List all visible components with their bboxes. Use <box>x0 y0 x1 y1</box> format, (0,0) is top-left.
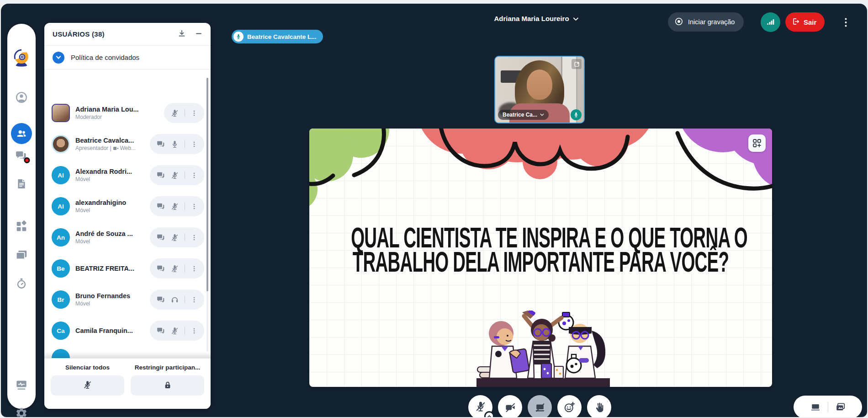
mic-muted-icon[interactable] <box>171 327 179 335</box>
chat-icon[interactable] <box>157 264 165 273</box>
chat-icon[interactable] <box>157 140 165 148</box>
user-list-item[interactable]: BeBEATRIZ FREITA... <box>44 253 211 284</box>
divider <box>185 203 185 210</box>
meeting-title[interactable]: Adriana Maria Loureiro <box>494 15 578 22</box>
leave-meeting-button[interactable]: Sair <box>785 12 825 32</box>
guest-policy-row[interactable]: Política de convidados <box>44 46 211 70</box>
logout-icon <box>792 17 800 27</box>
start-recording-button[interactable]: Iniciar gravação <box>668 12 744 32</box>
sidebar-item-apps[interactable] <box>16 220 27 232</box>
chat-icon[interactable] <box>157 171 165 179</box>
kebab-icon[interactable] <box>191 171 197 179</box>
user-list-item-partial <box>44 346 211 358</box>
user-role: Móvel <box>75 238 150 245</box>
user-name: Beatrice Cavalca... <box>75 137 150 144</box>
user-name: Adriana Maria Lou... <box>75 106 164 113</box>
webcam-tile[interactable]: Beatrice Ca... <box>494 56 585 123</box>
mic-muted-icon[interactable] <box>171 203 179 210</box>
kebab-icon[interactable] <box>191 265 197 273</box>
meeting-window: Adriana Maria Loureiro Iniciar gravação … <box>1 4 867 417</box>
user-list-item[interactable]: BrBruno FernandesMóvel <box>44 284 211 315</box>
restrict-participants-button[interactable] <box>131 375 204 396</box>
webcam-icon <box>113 146 119 151</box>
minimize-panel-icon[interactable] <box>195 30 202 39</box>
kebab-icon[interactable] <box>191 296 197 304</box>
chevron-down-icon <box>573 15 579 22</box>
user-actions <box>150 134 204 154</box>
mic-muted-icon[interactable] <box>171 109 179 117</box>
user-actions <box>164 103 204 123</box>
presentation-area[interactable]: QUAL CIENTISTA TE INSPIRA E O QUE TORNA … <box>309 129 772 387</box>
avatar: Br <box>52 290 70 309</box>
signal-bars-icon <box>766 17 775 27</box>
user-list-item[interactable]: CaCamila Franquin... <box>44 315 211 346</box>
audio-options-chevron[interactable] <box>484 411 494 417</box>
settings-gear-icon[interactable] <box>16 407 28 417</box>
restrict-participants-label: Restringir participan... <box>131 364 204 371</box>
mute-all-button[interactable] <box>51 375 124 396</box>
slide-options-button[interactable] <box>748 134 766 152</box>
layout-switcher <box>794 396 862 417</box>
chat-icon[interactable] <box>157 233 165 241</box>
mute-button[interactable] <box>468 395 492 417</box>
avatar: Be <box>52 259 70 278</box>
mic-muted-icon[interactable] <box>171 265 179 273</box>
profile-icon[interactable] <box>15 91 28 104</box>
webcam-mic-indicator <box>571 109 582 120</box>
chat-icon[interactable] <box>157 327 165 335</box>
user-list-scrollbar[interactable] <box>206 78 208 352</box>
user-list-item[interactable]: Adriana Maria Lou...Moderador <box>44 97 211 129</box>
user-list-item[interactable]: Beatrice Cavalca...Apresentador | Web... <box>44 129 211 160</box>
sidebar-item-timer[interactable] <box>16 278 27 289</box>
user-list-item[interactable]: AnAndré de Souza ...Móvel <box>44 222 211 253</box>
sidebar-item-users[interactable] <box>11 123 32 144</box>
user-actions <box>150 227 204 247</box>
user-actions <box>150 289 204 310</box>
user-list: Adriana Maria Lou...ModeradorBeatrice Ca… <box>44 70 211 358</box>
kebab-icon[interactable] <box>191 234 197 241</box>
divider <box>185 327 185 334</box>
mic-muted-icon <box>475 401 486 413</box>
mic-icon[interactable] <box>171 140 179 148</box>
users-panel-header: USUÁRIOS (38) <box>44 23 211 46</box>
kebab-icon[interactable] <box>191 203 197 210</box>
avatar: An <box>52 228 70 247</box>
layouts-icon[interactable] <box>836 402 846 412</box>
raise-hand-button[interactable] <box>587 395 611 417</box>
sidebar-item-whiteboard[interactable] <box>16 249 28 261</box>
webcam-user-label[interactable]: Beatrice Ca... <box>498 110 549 120</box>
mic-muted-icon[interactable] <box>171 171 179 179</box>
sidebar-item-chat[interactable] <box>16 149 28 161</box>
reactions-button[interactable] <box>557 395 582 417</box>
user-actions <box>150 165 204 185</box>
user-role: Móvel <box>75 176 150 182</box>
webcam-user-name: Beatrice Ca... <box>503 112 537 118</box>
speaking-indicator[interactable]: Beatrice Cavalcante L... <box>232 30 323 43</box>
slide-title: QUAL CIENTISTA TE INSPIRA E O QUE TORNA … <box>309 225 772 274</box>
chat-icon[interactable] <box>157 202 165 210</box>
hide-presentation-icon[interactable] <box>810 402 820 412</box>
action-bar <box>468 395 611 417</box>
user-list-item[interactable]: AlAlexandra Rodri...Móvel <box>44 160 211 191</box>
connection-status-button[interactable] <box>761 12 780 32</box>
avatar: Al <box>52 197 70 215</box>
mic-muted-icon[interactable] <box>171 234 179 241</box>
options-kebab-menu[interactable] <box>841 16 851 29</box>
kebab-icon[interactable] <box>191 327 197 335</box>
camera-off-button[interactable] <box>498 395 522 417</box>
expand-webcam-icon[interactable] <box>572 59 582 69</box>
kebab-icon[interactable] <box>191 109 197 117</box>
save-usernames-icon[interactable] <box>178 29 186 39</box>
sidebar-item-activity-report[interactable] <box>16 379 28 391</box>
sidebar-item-notes[interactable] <box>16 178 27 190</box>
user-name: Alexandra Rodri... <box>75 168 150 175</box>
record-icon <box>674 17 683 27</box>
headphones-icon[interactable] <box>171 296 179 304</box>
divider <box>185 265 185 272</box>
user-name: André de Souza ... <box>75 230 150 237</box>
chat-icon[interactable] <box>157 295 165 304</box>
user-role: Moderador <box>75 114 164 120</box>
user-list-item[interactable]: AlalexandrahiginoMóvel <box>44 191 211 222</box>
kebab-icon[interactable] <box>191 140 197 148</box>
screenshare-off-button[interactable] <box>528 395 552 417</box>
